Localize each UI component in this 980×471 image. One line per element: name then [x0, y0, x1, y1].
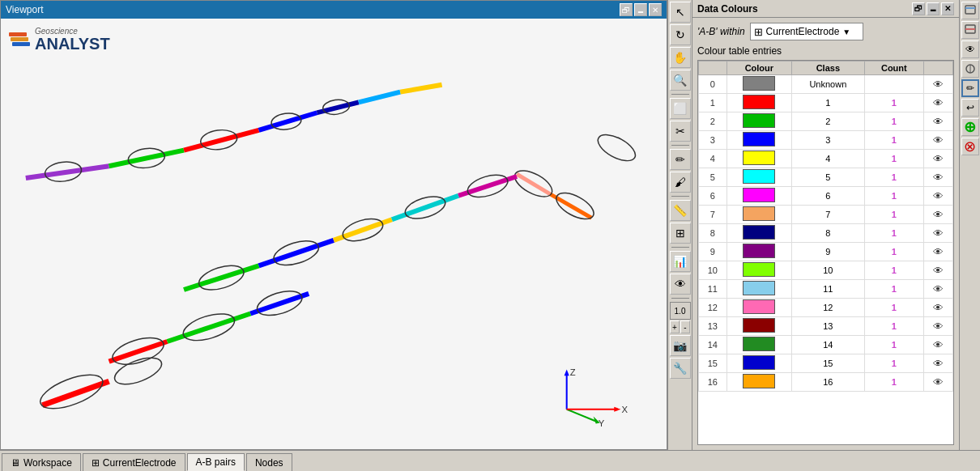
select-rect-tool[interactable]: ⬜ — [670, 98, 691, 119]
visibility-icon[interactable]: 👁 — [933, 209, 944, 221]
settings-tool[interactable]: 🔧 — [670, 358, 691, 379]
row-visibility[interactable]: 👁 — [923, 112, 952, 131]
clip-tool[interactable]: ✂ — [670, 121, 691, 142]
row-colour — [726, 206, 791, 224]
grid-tool[interactable]: ⊞ — [670, 223, 691, 244]
panel-restore-btn[interactable]: 🗗 — [912, 2, 925, 15]
panel-minimize-btn[interactable]: 🗕 — [927, 2, 940, 15]
view-btn[interactable]: 👁 — [961, 40, 979, 58]
table-row: 3 3 1 👁 — [699, 131, 953, 150]
svg-line-27 — [109, 342, 168, 362]
colour-swatch — [743, 355, 775, 370]
filter-btn[interactable] — [961, 60, 979, 78]
tab-ab-pairs[interactable]: A-B pairs — [187, 453, 245, 471]
row-visibility[interactable]: 👁 — [923, 243, 952, 261]
visibility-icon[interactable]: 👁 — [933, 97, 944, 109]
chart-tool[interactable]: 📊 — [670, 251, 691, 272]
row-count: 1 — [864, 150, 923, 168]
visibility-icon[interactable]: 👁 — [933, 227, 944, 240]
paint-tool[interactable]: 🖌 — [670, 172, 691, 193]
tab-current-electrode[interactable]: ⊞ CurrentElectrode — [83, 453, 185, 471]
row-class: 8 — [791, 224, 864, 243]
colour-table-wrapper[interactable]: Colour Class Count 0 Unknown 👁 1 1 — [697, 60, 954, 445]
visibility-icon[interactable]: 👁 — [933, 78, 944, 91]
row-visibility[interactable]: 👁 — [923, 168, 952, 187]
visibility-icon[interactable]: 👁 — [933, 153, 944, 165]
table-row: 8 8 1 👁 — [699, 224, 953, 243]
remove-btn[interactable]: ⊗ — [961, 138, 979, 155]
add-btn[interactable]: ⊕ — [961, 118, 979, 136]
colour-swatch — [743, 337, 775, 351]
colour-swatch — [743, 262, 775, 277]
visibility-icon[interactable]: 👁 — [933, 376, 944, 388]
minimize-btn[interactable]: 🗕 — [634, 3, 647, 16]
row-visibility[interactable]: 👁 — [923, 317, 952, 336]
row-visibility[interactable]: 👁 — [923, 336, 952, 354]
table-row: 5 5 1 👁 — [699, 168, 953, 187]
viewport-canvas[interactable]: Geoscience ANALYST — [1, 19, 667, 449]
layers-btn[interactable] — [961, 2, 979, 19]
row-visibility[interactable]: 👁 — [923, 280, 952, 299]
colour-swatch — [743, 281, 775, 295]
pan-tool[interactable]: ✋ — [670, 47, 691, 68]
layers2-btn[interactable] — [961, 21, 979, 39]
visibility-icon[interactable]: 👁 — [933, 339, 944, 351]
ruler-tool[interactable]: 📏 — [670, 200, 691, 221]
table-row: 1 1 1 👁 — [699, 94, 953, 112]
panel-close-btn[interactable]: ✕ — [941, 2, 954, 15]
row-visibility[interactable]: 👁 — [923, 224, 952, 243]
row-count — [864, 75, 923, 94]
snapshot-tool[interactable]: 📷 — [670, 335, 691, 356]
row-count: 1 — [864, 187, 923, 206]
svg-line-17 — [184, 265, 258, 290]
row-visibility[interactable]: 👁 — [923, 75, 952, 94]
row-visibility[interactable]: 👁 — [923, 187, 952, 206]
row-visibility[interactable]: 👁 — [923, 299, 952, 317]
close-btn[interactable]: ✕ — [649, 3, 662, 16]
rotate-tool[interactable]: ↻ — [670, 24, 691, 45]
current-electrode-dropdown[interactable]: ⊞ CurrentElectrode ▼ — [750, 23, 863, 40]
row-colour — [726, 243, 791, 261]
visibility-icon[interactable]: 👁 — [933, 116, 944, 128]
scale-plus[interactable]: + — [670, 320, 680, 333]
table-row: 4 4 1 👁 — [699, 150, 953, 168]
row-visibility[interactable]: 👁 — [923, 131, 952, 150]
panel-controls: 🗗 🗕 ✕ — [912, 2, 954, 15]
visibility-icon[interactable]: 👁 — [933, 190, 944, 202]
svg-line-1 — [109, 151, 184, 167]
eye-tool[interactable]: 👁 — [670, 274, 691, 295]
row-visibility[interactable]: 👁 — [923, 94, 952, 112]
bottom-tabs: 🖥 Workspace ⊞ CurrentElectrode A-B pairs… — [0, 450, 980, 471]
tab-workspace[interactable]: 🖥 Workspace — [2, 453, 81, 471]
edit-panel-btn[interactable]: ✏ — [961, 79, 979, 97]
cursor-tool[interactable]: ↖ — [670, 2, 691, 23]
tab-nodes[interactable]: Nodes — [246, 453, 292, 471]
visibility-icon[interactable]: 👁 — [933, 283, 944, 295]
undo-btn[interactable]: ↩ — [961, 99, 979, 117]
visibility-icon[interactable]: 👁 — [933, 265, 944, 277]
row-visibility[interactable]: 👁 — [923, 261, 952, 280]
restore-btn[interactable]: 🗗 — [620, 3, 633, 16]
table-row: 10 10 1 👁 — [699, 261, 953, 280]
row-colour — [726, 261, 791, 280]
row-visibility[interactable]: 👁 — [923, 206, 952, 224]
col-colour-header: Colour — [726, 62, 791, 75]
visibility-icon[interactable]: 👁 — [933, 134, 944, 146]
visibility-icon[interactable]: 👁 — [933, 172, 944, 184]
row-visibility[interactable]: 👁 — [923, 373, 952, 392]
row-count: 1 — [864, 224, 923, 243]
row-colour — [726, 354, 791, 373]
row-colour — [726, 187, 791, 206]
edit-tool[interactable]: ✏ — [670, 149, 691, 170]
col-vis-header — [923, 62, 952, 75]
visibility-icon[interactable]: 👁 — [933, 358, 944, 370]
visibility-icon[interactable]: 👁 — [933, 302, 944, 314]
current-electrode-tab-label: CurrentElectrode — [103, 457, 177, 469]
zoom-tool[interactable]: 🔍 — [670, 70, 691, 91]
row-visibility[interactable]: 👁 — [923, 354, 952, 373]
row-visibility[interactable]: 👁 — [923, 150, 952, 168]
visibility-icon[interactable]: 👁 — [933, 246, 944, 258]
row-class: 7 — [791, 206, 864, 224]
scale-minus[interactable]: - — [680, 320, 690, 333]
visibility-icon[interactable]: 👁 — [933, 320, 944, 333]
